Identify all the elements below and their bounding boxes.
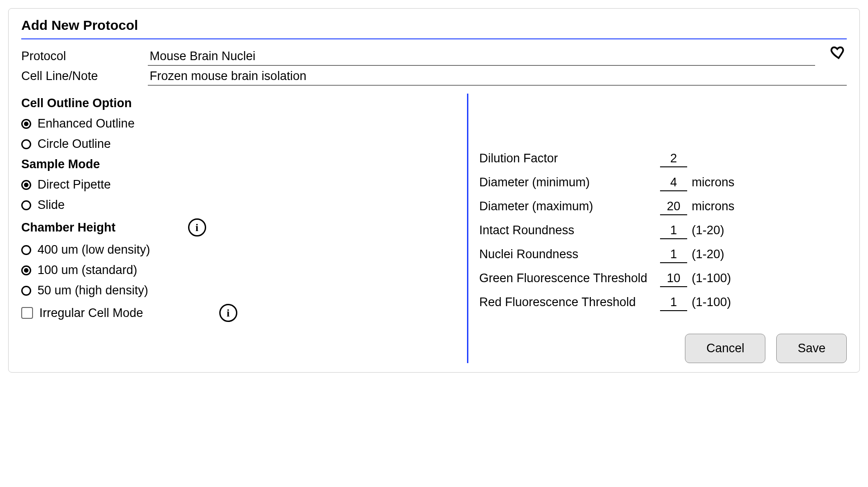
radio-enhanced-outline[interactable]: Enhanced Outline: [21, 117, 456, 131]
title-divider: [21, 38, 847, 39]
favorite-icon[interactable]: [830, 44, 847, 60]
param-nuclei-roundness: Nuclei Roundness (1-20): [479, 247, 847, 263]
radio-label: Slide: [38, 198, 65, 212]
cellline-input[interactable]: [148, 67, 847, 85]
cancel-button[interactable]: Cancel: [685, 334, 765, 363]
dialog-title: Add New Protocol: [21, 18, 847, 33]
save-button[interactable]: Save: [776, 334, 847, 363]
radio-icon: [21, 286, 31, 296]
radio-slide[interactable]: Slide: [21, 198, 456, 212]
irregular-checkbox[interactable]: [21, 307, 33, 319]
param-green-threshold: Green Fluorescence Threshold (1-100): [479, 271, 847, 287]
cellline-field-row: Cell Line/Note: [21, 67, 847, 85]
right-column: Dilution Factor Diameter (minimum) micro…: [467, 94, 847, 363]
radio-icon: [21, 119, 31, 129]
param-label: Red Fluorescence Threshold: [479, 295, 656, 309]
radio-label: 100 um (standard): [38, 263, 137, 277]
param-label: Nuclei Roundness: [479, 247, 656, 261]
chamber-heading-row: Chamber Height i: [21, 218, 456, 236]
radio-label: 50 um (high density): [38, 284, 148, 298]
info-icon[interactable]: i: [188, 218, 206, 236]
param-unit: (1-100): [692, 295, 731, 309]
info-icon[interactable]: i: [219, 304, 237, 322]
cellline-label: Cell Line/Note: [21, 69, 139, 83]
protocol-input[interactable]: [148, 47, 815, 66]
irregular-cell-row: Irregular Cell Mode i: [21, 304, 456, 322]
param-unit: microns: [692, 175, 735, 189]
param-label: Dilution Factor: [479, 151, 656, 165]
outline-heading: Cell Outline Option: [21, 96, 456, 110]
protocol-field-row: Protocol: [21, 44, 847, 66]
param-diameter-max: Diameter (maximum) microns: [479, 199, 847, 215]
param-intact-roundness: Intact Roundness (1-20): [479, 223, 847, 239]
param-diameter-min: Diameter (minimum) microns: [479, 175, 847, 191]
button-row: Cancel Save: [479, 334, 847, 363]
diameter-min-input[interactable]: [660, 175, 687, 191]
param-unit: (1-20): [692, 223, 724, 237]
dilution-input[interactable]: [660, 151, 687, 167]
radio-label: 400 um (low density): [38, 243, 150, 257]
radio-direct-pipette[interactable]: Direct Pipette: [21, 178, 456, 192]
chamber-heading: Chamber Height: [21, 221, 116, 235]
radio-label: Circle Outline: [38, 137, 111, 151]
radio-icon: [21, 200, 31, 210]
radio-icon: [21, 265, 31, 275]
radio-icon: [21, 139, 31, 149]
radio-chamber-50[interactable]: 50 um (high density): [21, 284, 456, 298]
param-unit: (1-100): [692, 271, 731, 285]
add-protocol-dialog: Add New Protocol Protocol Cell Line/Note…: [8, 8, 860, 373]
radio-label: Enhanced Outline: [38, 117, 135, 131]
diameter-max-input[interactable]: [660, 199, 687, 215]
radio-chamber-400[interactable]: 400 um (low density): [21, 243, 456, 257]
nuclei-roundness-input[interactable]: [660, 247, 687, 263]
radio-chamber-100[interactable]: 100 um (standard): [21, 263, 456, 277]
param-dilution: Dilution Factor: [479, 151, 847, 167]
radio-label: Direct Pipette: [38, 178, 111, 192]
param-unit: (1-20): [692, 247, 724, 261]
irregular-label: Irregular Cell Mode: [39, 306, 143, 320]
param-red-threshold: Red Fluorescence Threshold (1-100): [479, 295, 847, 311]
sample-mode-heading: Sample Mode: [21, 157, 456, 171]
intact-roundness-input[interactable]: [660, 223, 687, 239]
param-label: Diameter (minimum): [479, 175, 656, 189]
param-label: Intact Roundness: [479, 223, 656, 237]
protocol-label: Protocol: [21, 49, 139, 63]
radio-icon: [21, 245, 31, 255]
param-unit: microns: [692, 199, 735, 213]
green-threshold-input[interactable]: [660, 271, 687, 287]
radio-icon: [21, 180, 31, 190]
red-threshold-input[interactable]: [660, 295, 687, 311]
param-label: Green Fluorescence Threshold: [479, 271, 656, 285]
param-label: Diameter (maximum): [479, 199, 656, 213]
radio-circle-outline[interactable]: Circle Outline: [21, 137, 456, 151]
left-column: Cell Outline Option Enhanced Outline Cir…: [21, 94, 467, 363]
